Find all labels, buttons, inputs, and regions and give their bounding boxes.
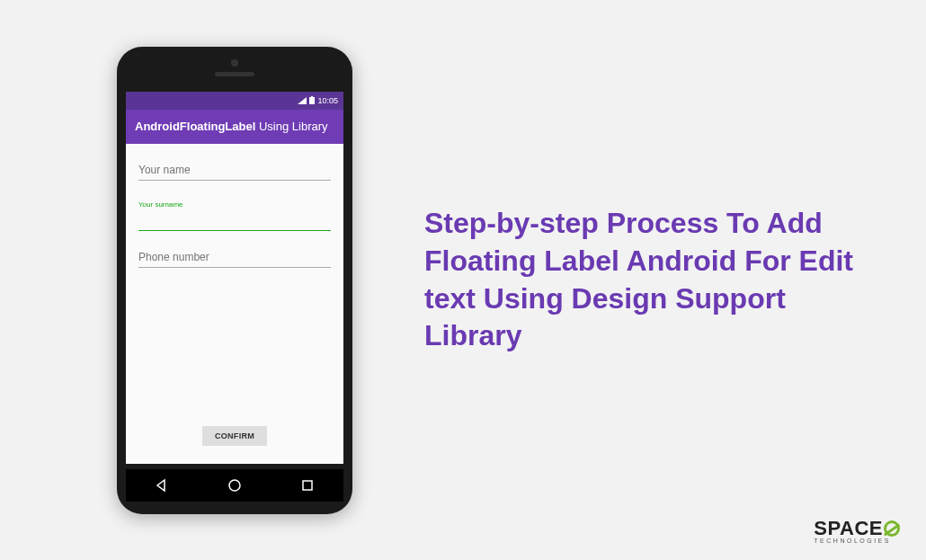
confirm-wrap: CONFIRM [138,426,331,455]
status-time: 10:05 [317,96,338,105]
android-nav-bar [126,469,343,502]
nav-recents-icon[interactable] [300,478,315,493]
name-input[interactable] [138,160,331,181]
logo-sub-line: TECHNOLOGIES [814,538,901,544]
logo-word: SPACE [814,517,883,539]
svg-rect-0 [309,97,315,104]
svg-rect-3 [303,481,312,490]
android-status-bar: 10:05 [126,92,343,110]
phone-camera [231,59,238,67]
phone-device-frame: 10:05 AndroidFloatingLabel Using Library… [117,47,352,514]
svg-point-2 [229,480,240,491]
headline-text: Step-by-step Process To Add Floating Lab… [424,205,856,354]
svg-rect-1 [311,96,313,97]
surname-input-group: Your surname [138,200,331,231]
app-bar: AndroidFloatingLabel Using Library [126,110,343,144]
logo-o-icon [884,520,900,537]
signal-icon [298,97,307,104]
app-title-bold: AndroidFloatingLabel [135,120,255,133]
confirm-button[interactable]: CONFIRM [202,426,267,446]
logo-text-block: SPACE TECHNOLOGIES [814,517,901,544]
phone-screen: 10:05 AndroidFloatingLabel Using Library… [126,92,343,464]
name-input-group [138,160,331,181]
phone-input[interactable] [138,247,331,268]
surname-input[interactable] [138,210,331,231]
spaceo-logo: SPACE TECHNOLOGIES [814,517,901,544]
nav-home-icon[interactable] [227,478,242,493]
nav-back-icon[interactable] [155,478,169,493]
form-area: Your surname CONFIRM [126,144,343,464]
battery-icon [309,96,315,104]
app-title-rest: Using Library [255,120,327,133]
surname-floating-label: Your surname [138,200,331,209]
phone-input-group [138,247,331,268]
phone-speaker [215,72,254,76]
app-title: AndroidFloatingLabel Using Library [135,120,328,133]
